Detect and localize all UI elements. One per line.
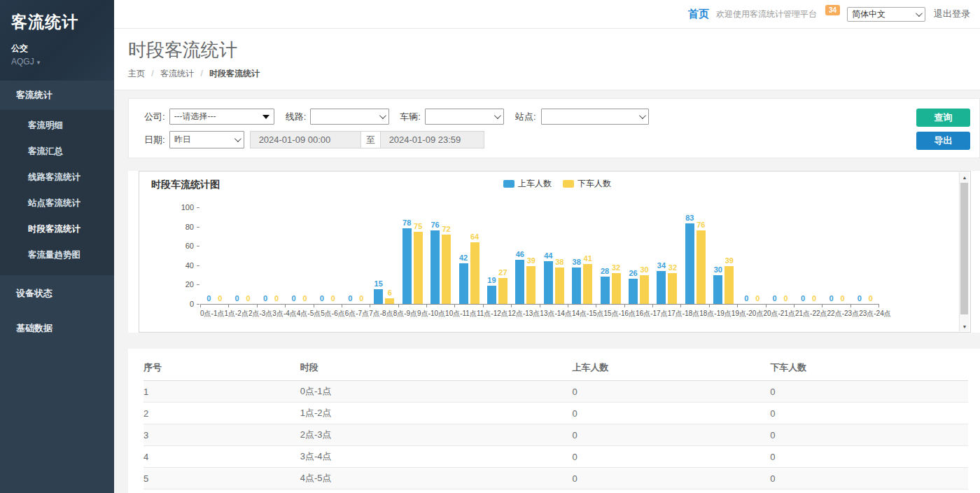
breadcrumb-home[interactable]: 主页: [128, 69, 145, 78]
date-start-input[interactable]: 2024-01-09 00:00: [250, 131, 361, 148]
bar-group: 3432: [653, 208, 681, 304]
x-axis-label: 8点-9点: [393, 309, 417, 319]
bar-column: 39: [724, 257, 734, 304]
y-axis-tick: 80: [173, 223, 194, 231]
bar: [612, 273, 621, 304]
legend-item[interactable]: 下车人数: [563, 178, 611, 190]
bar-value-label: 0: [218, 295, 222, 303]
bar-value-label: 0: [869, 295, 873, 303]
bar-value-label: 83: [685, 214, 694, 222]
breadcrumb-separator: /: [151, 69, 153, 78]
station-label: 站点:: [515, 111, 536, 123]
sidebar-section-passenger-stats[interactable]: 客流统计: [0, 81, 114, 110]
sidebar-item-device-status[interactable]: 设备状态: [0, 277, 114, 310]
notification-badge[interactable]: 34: [825, 5, 840, 15]
bar-group: 00: [766, 208, 794, 304]
company-select[interactable]: ---请选择---: [169, 109, 274, 125]
bar-group: 00: [342, 208, 370, 304]
sidebar-item[interactable]: 客流汇总: [0, 139, 114, 165]
bar-column: 0: [799, 295, 808, 304]
bar-value-label: 27: [498, 269, 507, 277]
sidebar-item[interactable]: 客流明细: [0, 113, 114, 139]
page-heading: 时段客流统计 主页 / 客流统计 / 时段客流统计: [114, 29, 980, 90]
line-select[interactable]: [310, 109, 389, 125]
legend-item[interactable]: 上车人数: [503, 178, 552, 190]
bar-column: 83: [685, 214, 694, 304]
table-header-alighting: 下车人数: [770, 357, 968, 381]
bar-column: 26: [629, 270, 638, 304]
sidebar-item[interactable]: 线路客流统计: [0, 165, 114, 190]
sidebar-item[interactable]: 站点客流统计: [0, 190, 114, 216]
filter-row-1: 公司: ---请选择--- 线路: 车辆: 站点:: [144, 109, 909, 125]
chevron-down-icon: [234, 135, 241, 142]
bar-column: 0: [742, 295, 751, 304]
bar-group: 7672: [426, 208, 454, 304]
bar: [713, 275, 722, 304]
y-axis-tick: 20: [173, 280, 194, 289]
bar-column: 76: [696, 221, 706, 304]
logout-link[interactable]: 退出登录: [934, 8, 970, 20]
vehicle-select[interactable]: [425, 109, 504, 125]
bar-column: 78: [402, 219, 412, 304]
home-link[interactable]: 首页: [688, 8, 709, 21]
table-cell: 6: [144, 489, 300, 493]
station-select[interactable]: [541, 109, 649, 125]
scroll-down-icon[interactable]: ▼: [960, 321, 969, 331]
bar: [430, 230, 440, 304]
bar-value-label: 0: [235, 295, 239, 303]
table-cell: 4: [144, 446, 300, 468]
bar-group: 156: [370, 208, 398, 304]
table-cell: 1: [144, 381, 300, 403]
filter-row-2: 日期: 昨日 2024-01-09 00:00 至 2024-01-09 23:…: [144, 132, 909, 148]
org-code-dropdown[interactable]: AQGJ▾: [11, 57, 103, 67]
sidebar-item-base-data[interactable]: 基础数据: [0, 312, 114, 345]
language-select[interactable]: 简体中文: [847, 7, 925, 22]
x-axis-label: 1点-2点: [224, 309, 248, 319]
bar-group: 8376: [681, 208, 709, 304]
date-end-input[interactable]: 2024-01-09 23:59: [380, 131, 484, 148]
bar-column: 0: [289, 295, 298, 304]
bar: [601, 277, 610, 304]
chart-scrollbar[interactable]: ▲ ▼: [959, 172, 969, 331]
bar-value-label: 19: [487, 277, 496, 284]
table-row: 65点-6点00: [144, 489, 968, 493]
x-axis-label: 12点-13点: [508, 309, 540, 319]
scrollbar-thumb[interactable]: [960, 183, 968, 314]
date-preset-value: 昨日: [174, 134, 191, 146]
x-axis-label: 15点-16点: [604, 309, 636, 319]
bar-column: 0: [328, 295, 337, 304]
x-axis-label: 5点-6点: [321, 309, 344, 319]
bar: [526, 266, 536, 304]
bar-value-label: 64: [470, 233, 479, 241]
bar-value-label: 39: [725, 257, 734, 265]
date-preset-select[interactable]: 昨日: [169, 131, 244, 148]
table-row: 10点-1点00: [144, 381, 968, 403]
bar-value-label: 41: [584, 255, 592, 263]
legend-label: 上车人数: [518, 178, 552, 190]
scroll-up-icon[interactable]: ▲: [960, 172, 969, 182]
sidebar: 客流统计 公交 AQGJ▾ 客流统计 客流明细客流汇总线路客流统计站点客流统计时…: [0, 0, 114, 493]
bar-column: 0: [838, 295, 847, 304]
bar-column: 19: [487, 277, 496, 304]
bar: [572, 268, 581, 304]
sidebar-item[interactable]: 客流量趋势图: [0, 242, 114, 268]
bar-group: 00: [314, 208, 342, 304]
filter-panel: 公司: ---请选择--- 线路: 车辆: 站点:: [128, 98, 980, 158]
bar: [402, 228, 412, 304]
bar-column: 28: [601, 268, 610, 304]
export-button[interactable]: 导出: [916, 132, 970, 150]
bar-column: 72: [442, 225, 451, 304]
bar-column: 0: [300, 295, 309, 304]
bar: [374, 289, 383, 304]
x-axis-label: 4点-5点: [297, 309, 321, 319]
bar-value-label: 42: [459, 254, 468, 262]
bar-group: 2630: [624, 208, 652, 304]
breadcrumb-section[interactable]: 客流统计: [160, 69, 194, 78]
sidebar-item[interactable]: 时段客流统计: [0, 216, 114, 242]
search-button[interactable]: 查询: [916, 109, 970, 127]
bar-value-label: 38: [555, 258, 564, 266]
x-axis-label: 10点-11点: [445, 309, 477, 319]
date-to-label: 至: [361, 131, 380, 148]
bar: [685, 223, 694, 304]
x-axis-label: 20点-21点: [763, 309, 795, 319]
